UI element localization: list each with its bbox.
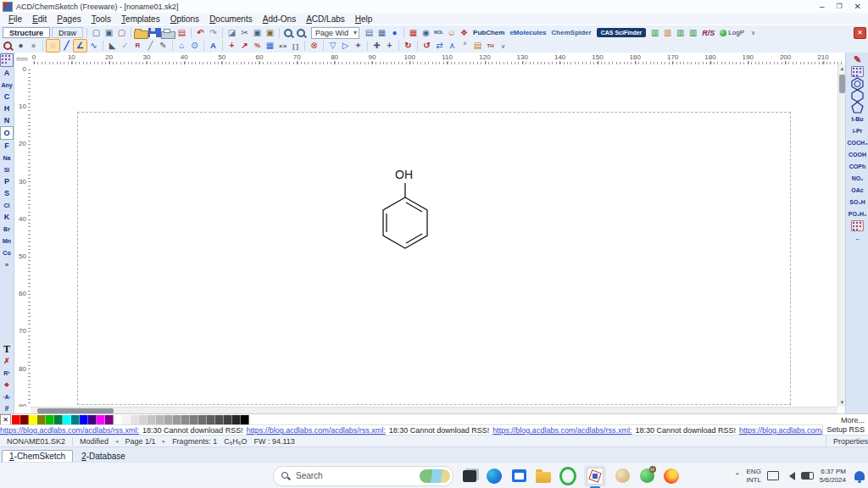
radical-label[interactable]: PO₃H₂	[847, 208, 868, 219]
minimize-button[interactable]: –	[820, 2, 825, 11]
element-c[interactable]: C	[1, 91, 13, 103]
percent-tool-icon[interactable]: %	[251, 40, 264, 52]
draw-chains-icon[interactable]: ∿	[87, 40, 100, 52]
palette-color[interactable]	[80, 415, 88, 424]
delete-page-icon[interactable]: ▢	[115, 27, 128, 39]
palette-color[interactable]	[122, 415, 131, 424]
prev-page-icon[interactable]: ◂	[115, 438, 119, 445]
delete-tool-icon[interactable]: ✗	[1, 355, 13, 367]
rss-link[interactable]: https://blog.acdlabs.com/acdlabs/rss.xml…	[492, 426, 632, 435]
pubchem-link[interactable]: PubChem	[473, 29, 504, 36]
palette-color[interactable]	[46, 415, 54, 424]
task-view-button[interactable]	[461, 468, 478, 485]
structure-mode-button[interactable]: Structure	[3, 27, 50, 38]
search-input[interactable]: Search	[273, 466, 453, 486]
paste-icon[interactable]: ▣	[264, 27, 276, 39]
toolbar-options-icon[interactable]: ∨	[497, 40, 509, 52]
palette-color[interactable]	[241, 415, 249, 424]
element-f[interactable]: F	[1, 140, 13, 152]
molecule-phenol[interactable]: OH	[366, 156, 444, 258]
tray-overflow-chevron[interactable]: ⌃	[734, 472, 741, 480]
emolecules-link[interactable]: eMolecules	[509, 29, 546, 36]
emoticon-icon[interactable]: ☺	[445, 27, 458, 39]
3d-view-icon[interactable]: ●	[27, 40, 40, 52]
erase-icon[interactable]: ◪	[225, 27, 238, 39]
lasso-selection-icon[interactable]: ◌	[46, 39, 60, 53]
ilab-database-icon[interactable]: ▥	[648, 27, 661, 39]
open-pages-icon[interactable]: ▣	[103, 27, 115, 39]
notification-bell-icon[interactable]	[854, 471, 865, 480]
palette-color[interactable]	[37, 415, 46, 424]
menu-item[interactable]: Help	[350, 14, 378, 24]
group-tool-icon[interactable]: ✦	[352, 40, 364, 52]
palette-color[interactable]	[181, 415, 190, 424]
numbering-tool-icon[interactable]: #	[1, 402, 13, 414]
menu-item[interactable]: Options	[165, 14, 204, 24]
properties-button[interactable]: Properties	[826, 435, 868, 447]
drawing-canvas[interactable]: OH	[31, 64, 837, 407]
hydroxyl-label[interactable]: OH	[395, 168, 413, 181]
open-file-icon[interactable]	[134, 30, 148, 39]
palette-color[interactable]	[164, 415, 173, 424]
vertical-scroll-thumb[interactable]	[839, 75, 845, 93]
menu-item[interactable]: Add-Ons	[258, 14, 301, 24]
palette-color[interactable]	[131, 415, 139, 424]
toolbar-overflow-icon[interactable]: ∨	[747, 27, 760, 39]
full-page-view-icon[interactable]: ▤	[363, 27, 376, 39]
template-window-icon[interactable]: ⌂	[175, 40, 188, 52]
firefox-icon[interactable]	[663, 468, 680, 485]
atom-label-tool-icon[interactable]: A	[207, 40, 220, 52]
reaction-arrow-icon[interactable]: ↗	[238, 40, 251, 52]
element-mn[interactable]: Mn	[1, 235, 13, 247]
cyclohexane-radical-icon[interactable]	[847, 90, 868, 101]
ilab-download-icon[interactable]: ▥	[674, 27, 687, 39]
cyclopentane-radical-icon[interactable]	[847, 102, 868, 113]
rss-link[interactable]: https://blog.acdlabs.com/acdlabs/rss.xml…	[247, 426, 386, 435]
text-tool-icon[interactable]: T	[1, 343, 13, 355]
stereo-up-bond-icon[interactable]: ◣	[106, 40, 119, 52]
benzene-radical-icon[interactable]	[847, 78, 868, 89]
palette-color[interactable]	[215, 415, 224, 424]
radical-label[interactable]: NO₂	[847, 173, 868, 184]
table-of-radicals-icon[interactable]	[847, 66, 868, 77]
radical-label[interactable]: i-Pr	[847, 125, 868, 136]
cut-icon[interactable]: ✂	[238, 27, 251, 39]
user-radicals-icon[interactable]	[847, 220, 868, 231]
new-document-icon[interactable]: ▢	[90, 27, 103, 39]
radical-label[interactable]: COOH	[847, 149, 868, 160]
clock[interactable]: 6:37 PM5/6/2024	[820, 468, 846, 485]
palette-color[interactable]	[71, 415, 80, 424]
import-structure-icon[interactable]: ▤	[471, 40, 484, 52]
print-icon[interactable]	[161, 31, 175, 39]
battery-icon[interactable]	[801, 472, 814, 480]
tab-chemsketch[interactable]: 1-ChemSketch	[2, 450, 73, 463]
palette-color[interactable]	[114, 415, 122, 424]
undo-icon[interactable]: ↶	[194, 27, 207, 39]
reaction-table-icon[interactable]: ▦	[264, 40, 276, 52]
palette-color[interactable]	[224, 415, 232, 424]
zoom-level-select[interactable]: Page Wid ▾	[311, 27, 359, 39]
draw-line-icon[interactable]: ╱	[144, 40, 157, 52]
next-page-icon[interactable]: ▸	[163, 438, 166, 445]
move-tool-icon[interactable]: ✚	[370, 40, 383, 52]
palette-color[interactable]	[147, 415, 156, 424]
network-icon[interactable]	[767, 471, 779, 480]
element-cl[interactable]: Cl	[1, 199, 13, 211]
element-br[interactable]: Br	[1, 223, 13, 235]
chemsketch-taskbar-icon[interactable]	[584, 465, 606, 487]
menu-item[interactable]: Tools	[86, 14, 116, 24]
align-tool-icon[interactable]: ▷	[339, 40, 352, 52]
palette-color[interactable]	[139, 415, 147, 424]
chemspider-link[interactable]: ChemSpider	[552, 29, 592, 36]
menu-item[interactable]: Pages	[52, 14, 86, 24]
close-button[interactable]: ✕	[854, 2, 861, 11]
flip-icon[interactable]: ⇄	[433, 40, 446, 52]
setup-rss-link[interactable]: Setup RSS	[822, 424, 868, 435]
volume-icon[interactable]	[785, 472, 795, 480]
rs-stereo-tool[interactable]: R/S	[702, 29, 715, 37]
rotate-tool-icon[interactable]: +	[383, 40, 396, 52]
menu-item[interactable]: Documents	[204, 14, 258, 24]
draw-normal-icon[interactable]: ╱	[60, 40, 73, 52]
radical-label[interactable]: COCH₃	[847, 137, 868, 148]
microsoft-store-icon[interactable]	[510, 468, 527, 485]
